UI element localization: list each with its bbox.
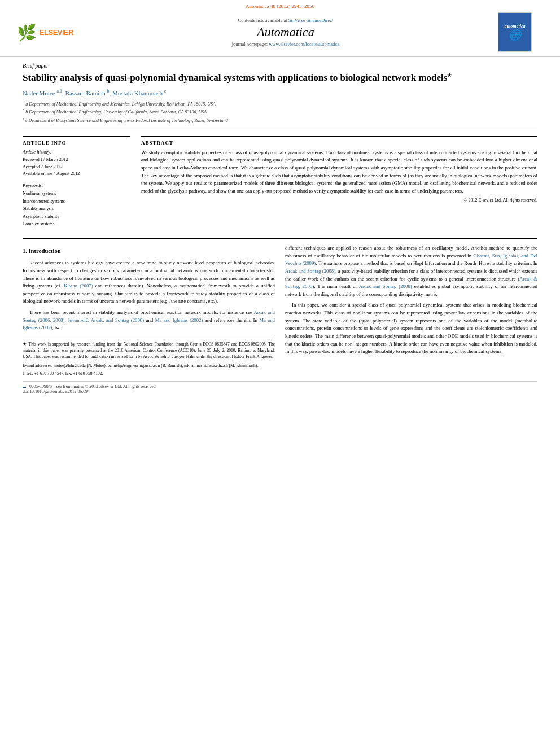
homepage-url[interactable]: www.elsevier.com/locate/automatica — [269, 41, 339, 47]
body-section: 1. Introduction Recent advances in syste… — [23, 244, 537, 377]
abstract-column: ABSTRACT We study asymptotic stability p… — [141, 136, 537, 233]
article-info-column: ARTICLE INFO Article history: Received 1… — [23, 136, 130, 233]
paper-type: Brief paper — [23, 63, 537, 69]
right-para-2: In this paper, we consider a special cla… — [285, 302, 537, 355]
copyright-line: © 2012 Elsevier Ltd. All rights reserved… — [141, 198, 537, 203]
page-wrapper: Automatica 48 (2012) 2945–2950 🌿 ELSEVIE… — [0, 0, 560, 747]
ref-arcak-sontag-2008b[interactable]: Arcak and Sontag (2008) — [359, 283, 412, 289]
ref-arcak-sontag-2008[interactable]: Arcak and Sontag (2008) — [285, 268, 335, 274]
footer-line: 0005-1098/$ – see front matter © 2012 El… — [23, 381, 537, 394]
intro-para-2: There has been recent interest in stabil… — [23, 309, 275, 332]
body-col-right: different techniques are applied to reas… — [285, 244, 537, 377]
ref-ghaemi-2009[interactable]: Ghaemi, Sun, Iglesias, and Del Vecchio (… — [285, 253, 537, 267]
contents-line: Contents lists available at SciVerse Sci… — [73, 18, 498, 23]
keyword-3: Stability analysis — [23, 205, 130, 213]
elsevier-wordmark: ELSEVIER — [40, 28, 73, 37]
affiliation-c: c c Department of Biosystems Science and… — [23, 116, 537, 124]
journal-center: Contents lists available at SciVerse Sci… — [73, 18, 498, 47]
keyword-4: Asymptotic stability — [23, 213, 130, 221]
keywords-group: Keywords: Nonlinear systems Interconnect… — [23, 182, 130, 228]
footnote-star: ★ This work is supported by research fun… — [23, 341, 275, 360]
ref-arcak-sontag-2006-2008[interactable]: Arcak and Sontag (2006, 2008) — [23, 309, 275, 323]
accepted-date: Accepted 7 June 2012 — [23, 164, 130, 171]
paper-title: Stability analysis of quasi-polynomial d… — [23, 72, 537, 84]
affiliation-b: b b Department of Mechanical Engineering… — [23, 107, 537, 116]
article-history: Article history: Received 17 March 2012 … — [23, 149, 130, 178]
intro-para-1: Recent advances in systems biology have … — [23, 259, 275, 305]
keyword-1: Nonlinear systems — [23, 190, 130, 198]
journal-title: Automatica — [73, 25, 498, 40]
keyword-2: Interconnected systems — [23, 198, 130, 206]
divider-2 — [23, 238, 537, 239]
history-label: Article history: — [23, 149, 130, 155]
footnote-email: E-mail addresses: motee@lehigh.edu (N. M… — [23, 362, 275, 369]
sciverse-link[interactable]: SciVerse ScienceDirect — [288, 18, 334, 23]
divider-1 — [23, 130, 537, 130]
section-1-title: 1. Introduction — [23, 247, 275, 256]
keyword-5: Complex systems — [23, 220, 130, 228]
journal-header: Automatica 48 (2012) 2945–2950 🌿 ELSEVIE… — [0, 0, 560, 57]
journal-cover-thumbnail: automatica 🌐 — [498, 12, 543, 52]
footnote-tel: 1 Tel.: +1 610 758 4547; fax: +1 610 758… — [23, 370, 275, 377]
homepage-line: journal homepage: www.elsevier.com/locat… — [73, 41, 498, 47]
ref-kitano-2007[interactable]: Kitano (2007) — [64, 283, 93, 289]
elsevier-tree-icon: 🌿 — [17, 23, 37, 42]
right-para-1: different techniques are applied to reas… — [285, 244, 537, 298]
elsevier-logo-area: 🌿 ELSEVIER — [17, 23, 73, 42]
abstract-heading: ABSTRACT — [141, 140, 537, 146]
keywords-label: Keywords: — [23, 182, 130, 188]
article-info-abstract-section: ARTICLE INFO Article history: Received 1… — [23, 136, 537, 233]
ref-ma-iglesias-2002a[interactable]: Ma and Iglesias (2002) — [155, 317, 203, 323]
main-content: Brief paper Stability analysis of quasi-… — [0, 57, 560, 400]
article-info-heading: ARTICLE INFO — [23, 140, 130, 146]
affiliation-a: a a Department of Mechanical Engineering… — [23, 99, 537, 108]
abstract-text: We study asymptotic stability properties… — [141, 149, 537, 195]
online-date: Available online 4 August 2012 — [23, 171, 130, 178]
issn-badge — [23, 387, 26, 388]
ref-jovanovic-2008[interactable]: Jovanović, Arcak, and Sontag (2008) — [68, 317, 144, 323]
received-date: Received 17 March 2012 — [23, 156, 130, 164]
affiliations: a a Department of Mechanical Engineering… — [23, 99, 537, 124]
authors-line: Nader Motee a,1, Bassam Bamieh b, Mustaf… — [23, 89, 537, 97]
footnote-area: ★ This work is supported by research fun… — [23, 338, 275, 377]
journal-ref: Automatica 48 (2012) 2945–2950 — [11, 3, 549, 9]
body-col-left: 1. Introduction Recent advances in syste… — [23, 244, 275, 377]
